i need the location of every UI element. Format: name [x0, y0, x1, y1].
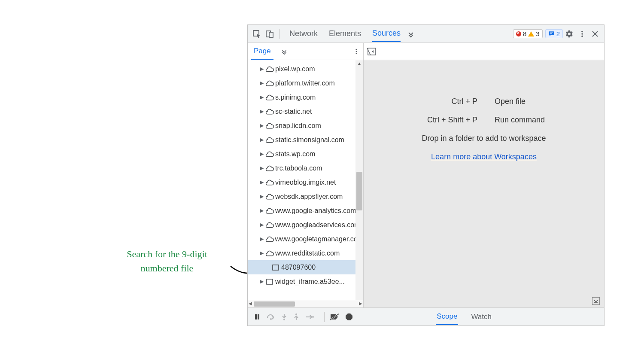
- tree-item[interactable]: ▶static.simonsignal.com: [248, 133, 363, 147]
- shortcut-run-cmd-key: Ctrl + Shift + P: [413, 116, 477, 125]
- tree-item[interactable]: ▶widget_iframe.a53ee...: [248, 274, 363, 289]
- shortcut-open-file-desc: Open file: [495, 97, 555, 106]
- step-over-icon[interactable]: [267, 313, 275, 320]
- cloud-icon: [265, 207, 274, 214]
- pause-exceptions-icon[interactable]: [345, 313, 353, 321]
- horizontal-scroll-thumb[interactable]: [254, 301, 295, 307]
- vertical-scroll-thumb[interactable]: [356, 172, 362, 210]
- tree-item[interactable]: ▶sc-static.net: [248, 104, 363, 119]
- tree-item-label: 487097600: [281, 264, 316, 271]
- svg-rect-15: [273, 265, 279, 270]
- tree-item[interactable]: ▶vimeoblog.imgix.net: [248, 175, 363, 189]
- caret-icon: ▶: [259, 250, 265, 256]
- message-count: 2: [556, 30, 560, 37]
- cloud-icon: [265, 165, 274, 172]
- messages-badge[interactable]: 2: [545, 29, 563, 38]
- deactivate-breakpoints-icon[interactable]: [330, 313, 339, 321]
- file-icon: [271, 265, 280, 271]
- kebab-menu-icon[interactable]: [576, 27, 589, 40]
- svg-point-24: [295, 313, 297, 315]
- caret-icon: ▶: [259, 137, 265, 143]
- svg-point-26: [312, 316, 314, 318]
- horizontal-scrollbar[interactable]: ◀ ▶: [248, 300, 363, 307]
- caret-icon: ▶: [259, 151, 265, 157]
- vertical-scrollbar[interactable]: ▲: [355, 60, 363, 300]
- caret-icon: ▶: [259, 165, 265, 171]
- tree-item[interactable]: ▶platform.twitter.com: [248, 76, 363, 90]
- inspect-element-icon[interactable]: [250, 27, 263, 40]
- tree-item[interactable]: 487097600: [248, 260, 363, 274]
- step-out-icon[interactable]: [293, 313, 299, 321]
- tree-item-label: snap.licdn.com: [275, 122, 321, 130]
- debugger-controls: [248, 313, 320, 321]
- step-icon[interactable]: [305, 314, 314, 320]
- tree-item[interactable]: ▶pixel.wp.com: [248, 62, 363, 76]
- editor-dropdown-icon[interactable]: [592, 297, 600, 305]
- errors-warnings-badge[interactable]: 8 3: [513, 29, 543, 38]
- caret-icon: ▶: [259, 279, 265, 284]
- close-devtools-icon[interactable]: [589, 27, 601, 40]
- tree-item-label: stats.wp.com: [275, 150, 315, 158]
- cloud-icon: [265, 193, 274, 200]
- tree-item[interactable]: ▶stats.wp.com: [248, 147, 363, 161]
- devtools-window: Network Elements Sources 8 3 2: [247, 24, 605, 326]
- file-tree: ▶pixel.wp.com▶platform.twitter.com▶s.pin…: [248, 60, 363, 290]
- cloud-icon: [265, 108, 274, 115]
- tree-item-label: vimeoblog.imgix.net: [275, 179, 336, 186]
- navigator-overflow-icon[interactable]: [280, 48, 288, 55]
- caret-icon: ▶: [259, 208, 265, 213]
- tree-item[interactable]: ▶www.redditstatic.com: [248, 246, 363, 260]
- caret-icon: ▶: [259, 109, 265, 114]
- cloud-icon: [265, 122, 274, 129]
- svg-point-5: [581, 30, 583, 32]
- tree-item[interactable]: ▶websdk.appsflyer.com: [248, 189, 363, 204]
- tree-item[interactable]: ▶snap.licdn.com: [248, 119, 363, 133]
- settings-gear-icon[interactable]: [563, 27, 576, 40]
- cloud-icon: [265, 222, 274, 228]
- tab-network[interactable]: Network: [289, 26, 318, 42]
- tree-item-label: www.google-analytics.com: [275, 207, 356, 215]
- workspace-drop-note: Drop in a folder to add to workspace: [413, 134, 555, 143]
- toolbar-divider: [279, 29, 280, 39]
- svg-point-10: [356, 49, 357, 50]
- device-toggle-icon[interactable]: [263, 27, 276, 40]
- tree-item[interactable]: ▶www.googletagmanager.com: [248, 232, 363, 246]
- tree-item-label: www.redditstatic.com: [275, 249, 340, 257]
- svg-rect-16: [267, 279, 273, 284]
- navigator-page-tab[interactable]: Page: [251, 43, 273, 60]
- annotation-line2: numbered file: [141, 263, 194, 274]
- tab-watch[interactable]: Watch: [470, 309, 492, 325]
- frame-icon: [265, 279, 274, 285]
- tree-item-label: s.pinimg.com: [275, 94, 316, 101]
- toggle-navigator-icon[interactable]: [367, 47, 377, 56]
- svg-point-22: [283, 319, 285, 320]
- cloud-icon: [265, 80, 274, 87]
- tree-item[interactable]: ▶www.google-analytics.com: [248, 204, 363, 218]
- tree-item-label: trc.taboola.com: [275, 164, 322, 172]
- editor-toolbar: [364, 43, 604, 60]
- step-into-icon[interactable]: [281, 313, 287, 321]
- message-icon: [548, 30, 555, 37]
- sources-subbar: Page: [248, 43, 604, 60]
- tab-scope[interactable]: Scope: [436, 309, 458, 325]
- debugger-bar: Scope Watch: [248, 307, 604, 325]
- file-tree-scroll[interactable]: ▶pixel.wp.com▶platform.twitter.com▶s.pin…: [248, 60, 363, 300]
- tab-elements[interactable]: Elements: [329, 26, 361, 42]
- tree-item[interactable]: ▶www.googleadservices.com: [248, 218, 363, 232]
- svg-point-11: [356, 51, 357, 52]
- pause-icon[interactable]: [254, 313, 261, 320]
- caret-icon: ▶: [259, 94, 265, 100]
- shortcut-run-cmd-desc: Run command: [495, 116, 555, 125]
- shortcut-open-file-key: Ctrl + P: [413, 97, 477, 106]
- cloud-icon: [265, 94, 274, 101]
- tree-item-label: static.simonsignal.com: [275, 136, 344, 144]
- tree-item[interactable]: ▶s.pinimg.com: [248, 90, 363, 104]
- tree-item-label: pixel.wp.com: [275, 65, 315, 73]
- navigator-menu-icon[interactable]: [353, 48, 360, 55]
- caret-icon: ▶: [259, 66, 265, 72]
- caret-icon: ▶: [259, 179, 265, 185]
- tabs-overflow-icon[interactable]: [407, 30, 415, 38]
- tree-item[interactable]: ▶trc.taboola.com: [248, 161, 363, 175]
- tab-sources[interactable]: Sources: [372, 25, 401, 42]
- workspaces-learn-link[interactable]: Learn more about Workspaces: [413, 152, 555, 161]
